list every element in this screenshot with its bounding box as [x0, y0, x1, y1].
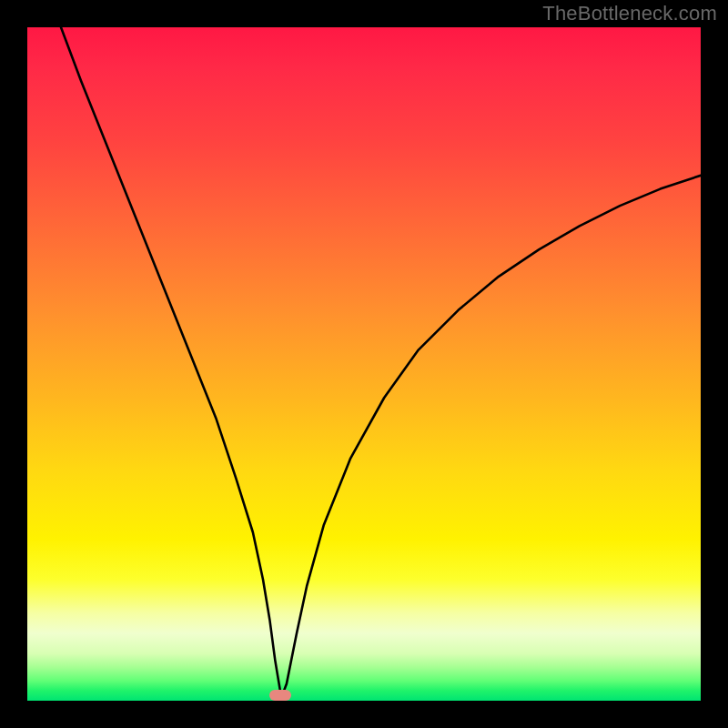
- watermark-label: TheBottleneck.com: [542, 2, 717, 25]
- bottleneck-curve: [27, 27, 701, 701]
- plot-area: [27, 27, 701, 701]
- minimum-marker: [269, 690, 291, 701]
- chart-frame: TheBottleneck.com: [0, 0, 728, 728]
